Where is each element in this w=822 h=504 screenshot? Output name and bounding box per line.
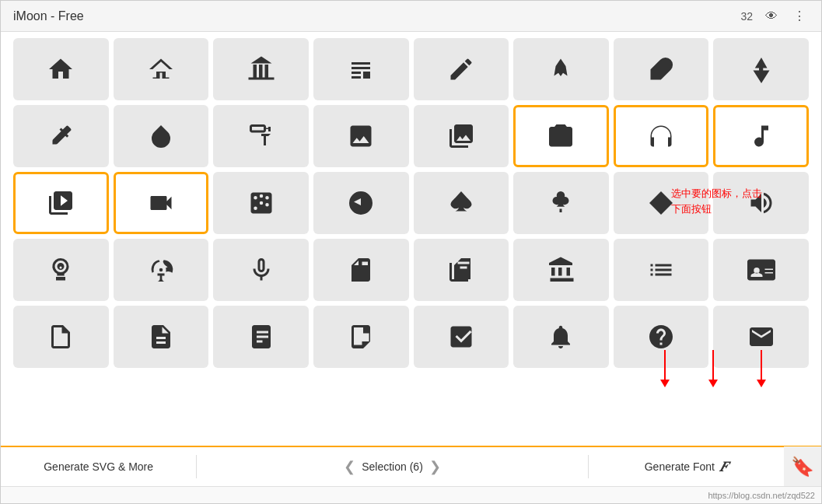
app-window: iMoon - Free 32 👁 ⋮ bbox=[0, 0, 822, 504]
icon-diamond[interactable] bbox=[614, 172, 709, 234]
icon-podcast[interactable] bbox=[13, 239, 109, 301]
icon-spade[interactable] bbox=[414, 172, 509, 234]
app-title: iMoon - Free bbox=[13, 9, 84, 23]
bottom-bar: Generate SVG & More ❮ Selection (6) ❯ Ge… bbox=[1, 446, 821, 486]
icon-books[interactable] bbox=[414, 239, 509, 301]
generate-svg-label: Generate SVG & More bbox=[44, 460, 153, 473]
icon-doc8[interactable] bbox=[713, 306, 809, 368]
icon-doc6[interactable] bbox=[513, 306, 609, 368]
title-bar-right: 32 👁 ⋮ bbox=[740, 7, 809, 25]
icon-broadcast[interactable] bbox=[114, 239, 209, 301]
font-icon: 𝐹 bbox=[719, 459, 728, 475]
chevron-right-icon[interactable]: ❯ bbox=[429, 458, 441, 475]
icon-pen2[interactable] bbox=[513, 38, 609, 100]
icon-bank[interactable] bbox=[513, 239, 609, 301]
icon-bullhorn[interactable] bbox=[713, 172, 809, 234]
icon-film[interactable] bbox=[13, 172, 109, 234]
title-bar: iMoon - Free 32 👁 ⋮ bbox=[1, 1, 821, 32]
icon-doc4[interactable] bbox=[313, 306, 409, 368]
url-text: https://blog.csdn.net/zqd522 bbox=[708, 491, 815, 500]
icon-pacman[interactable] bbox=[313, 172, 409, 234]
icon-feather[interactable] bbox=[614, 38, 709, 100]
icon-count: 32 bbox=[740, 10, 753, 23]
url-bar: https://blog.csdn.net/zqd522 bbox=[1, 486, 821, 503]
corner-icon: 🔖 bbox=[791, 456, 814, 478]
icon-drop[interactable] bbox=[114, 105, 209, 167]
chevron-left-icon[interactable]: ❮ bbox=[344, 458, 355, 475]
icon-video-camera[interactable] bbox=[114, 172, 209, 234]
icon-images[interactable] bbox=[414, 105, 509, 167]
icon-book[interactable] bbox=[313, 239, 409, 301]
icon-microphone[interactable] bbox=[213, 239, 309, 301]
icon-vcard[interactable] bbox=[713, 239, 809, 301]
icon-doc1[interactable] bbox=[13, 306, 109, 368]
icon-building[interactable] bbox=[213, 38, 309, 100]
icon-grid bbox=[13, 38, 809, 368]
icon-paint-roller[interactable] bbox=[213, 105, 309, 167]
generate-font-label: Generate Font bbox=[645, 460, 715, 473]
generate-svg-button[interactable]: Generate SVG & More bbox=[1, 447, 196, 486]
icon-doc3[interactable] bbox=[213, 306, 309, 368]
icon-camera[interactable] bbox=[513, 105, 609, 167]
icon-pencil[interactable] bbox=[414, 38, 509, 100]
icon-grid-wrapper: 选中要的图标，点击下面按钮 bbox=[13, 38, 809, 439]
generate-font-button[interactable]: Generate Font 𝐹 bbox=[589, 447, 784, 486]
icon-doc2[interactable] bbox=[114, 306, 209, 368]
selection-section: ❮ Selection (6) ❯ bbox=[197, 447, 588, 486]
icon-dice[interactable] bbox=[213, 172, 309, 234]
icon-club[interactable] bbox=[513, 172, 609, 234]
more-menu-button[interactable]: ⋮ bbox=[790, 7, 809, 25]
icon-list-icon[interactable] bbox=[614, 239, 709, 301]
eye-button[interactable]: 👁 bbox=[762, 8, 781, 25]
icon-home1[interactable] bbox=[13, 38, 109, 100]
icon-headphones[interactable] bbox=[614, 105, 709, 167]
icon-music[interactable] bbox=[713, 105, 809, 167]
icon-dropper[interactable] bbox=[13, 105, 109, 167]
corner-icon-button[interactable]: 🔖 bbox=[784, 446, 821, 487]
selection-label: Selection (6) bbox=[362, 460, 423, 473]
icon-image1[interactable] bbox=[313, 105, 409, 167]
main-content: 选中要的图标，点击下面按钮 bbox=[1, 32, 821, 446]
icon-doc5[interactable] bbox=[414, 306, 509, 368]
icon-doc7[interactable] bbox=[614, 306, 709, 368]
icon-home2[interactable] bbox=[114, 38, 209, 100]
icon-newspaper[interactable] bbox=[313, 38, 409, 100]
icon-nib[interactable] bbox=[713, 38, 809, 100]
